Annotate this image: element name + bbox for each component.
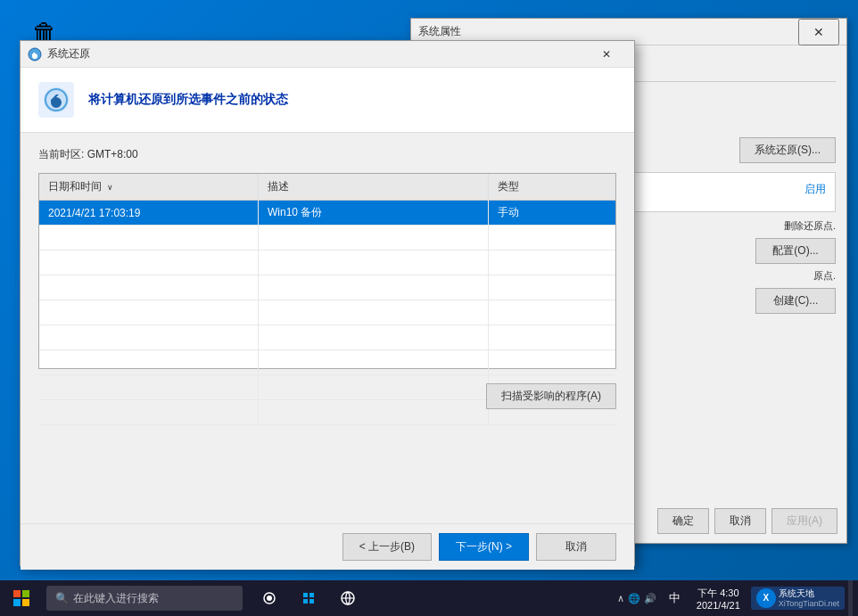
show-desktop-button[interactable] xyxy=(848,580,853,616)
table-row xyxy=(39,300,615,325)
restore-body: 当前时区: GMT+8:00 日期和时间 ∨ 描述 类型 xyxy=(21,133,634,432)
restore-table-header-row: 日期和时间 ∨ 描述 类型 xyxy=(39,174,615,201)
table-row xyxy=(39,251,615,275)
sys-props-footer: 确定 取消 应用(A) xyxy=(657,508,837,534)
system-restore-dialog: 系统还原 ✕ 将计算机还原到所选事件之前的状态 当前时区: GMT+8:00 xyxy=(20,40,635,566)
delete-note: 删除还原点. xyxy=(784,219,836,233)
xtd-icon: X xyxy=(756,588,776,608)
table-row xyxy=(39,226,615,251)
svg-rect-12 xyxy=(303,599,308,604)
svg-rect-4 xyxy=(13,590,21,597)
taskbar-icon-group xyxy=(252,580,366,616)
table-row xyxy=(39,350,615,375)
create-button[interactable]: 创建(C)... xyxy=(755,288,836,314)
windows-logo-icon xyxy=(13,590,29,606)
restore-table-wrapper: 日期和时间 ∨ 描述 类型 2021/4/21 17:03:19 Win10 备… xyxy=(38,173,616,369)
restore-footer: < 上一步(B) 下一步(N) > 取消 xyxy=(21,523,634,570)
svg-rect-11 xyxy=(309,593,314,597)
network-icon xyxy=(340,590,356,606)
taskbar: 🔍 在此键入进行搜索 xyxy=(0,580,858,616)
col-header-type: 类型 xyxy=(489,174,615,201)
restore-header-title: 将计算机还原到所选事件之前的状态 xyxy=(88,92,288,108)
prev-button[interactable]: < 上一步(B) xyxy=(342,533,432,561)
create-note: 原点. xyxy=(813,269,836,283)
taskbar-search-icon: 🔍 xyxy=(55,592,69,604)
scan-btn-row: 扫描受影响的程序(A) xyxy=(38,383,616,409)
restore-header: 将计算机还原到所选事件之前的状态 xyxy=(21,68,634,133)
svg-rect-10 xyxy=(303,593,308,597)
col-header-date: 日期和时间 ∨ xyxy=(39,174,258,201)
start-button[interactable] xyxy=(0,580,43,616)
sort-indicator: ∨ xyxy=(107,183,113,192)
svg-rect-6 xyxy=(13,599,21,606)
table-row xyxy=(39,275,615,300)
system-restore-button[interactable]: 系统还原(S)... xyxy=(739,137,836,163)
svg-point-9 xyxy=(267,595,272,601)
svg-rect-5 xyxy=(22,590,29,597)
language-indicator[interactable]: 中 xyxy=(664,590,686,606)
next-button[interactable]: 下一步(N) > xyxy=(439,533,529,561)
volume-icon: 🔊 xyxy=(644,593,656,604)
sys-props-title: 系统属性 xyxy=(418,24,798,39)
restore-close-button[interactable]: ✕ xyxy=(586,41,627,68)
cancel-button[interactable]: 取消 xyxy=(714,508,766,534)
cell-type: 手动 xyxy=(489,201,615,226)
taskview-button[interactable] xyxy=(252,580,287,616)
restore-table-head: 日期和时间 ∨ 描述 类型 xyxy=(39,174,615,201)
clock-date: 2021/4/21 xyxy=(697,600,740,611)
tray-icons: ∧ 🌐 🔊 xyxy=(614,593,660,604)
chevron-up-icon[interactable]: ∧ xyxy=(617,593,624,604)
col-header-desc: 描述 xyxy=(258,174,488,201)
restore-title-icon xyxy=(28,47,42,62)
svg-rect-13 xyxy=(309,599,314,604)
cell-date: 2021/4/21 17:03:19 xyxy=(39,201,258,226)
desktop: 🗑 回收站 系统属性 ✕ 远程 🖥 系统更改。 系统还原(S)... xyxy=(0,0,858,616)
restore-body-inner: 当前时区: GMT+8:00 日期和时间 ∨ 描述 类型 xyxy=(21,133,634,570)
sys-props-close-button[interactable]: ✕ xyxy=(798,19,839,45)
ok-button[interactable]: 确定 xyxy=(657,508,709,534)
status-label: 启用 xyxy=(804,182,826,197)
xitong-tiandi-badge[interactable]: X 系统天地 XiTongTianDi.net xyxy=(751,587,845,611)
cell-desc: Win10 备份 xyxy=(258,201,488,226)
restore-title-text: 系统还原 xyxy=(47,46,586,62)
restore-header-svg xyxy=(38,82,74,118)
taskbar-search-text: 在此键入进行搜索 xyxy=(73,591,159,606)
clock-time: 下午 4:30 xyxy=(697,587,740,600)
xtd-text: 系统天地 XiTongTianDi.net xyxy=(779,588,839,609)
taskbar-tray: ∧ 🌐 🔊 中 下午 4:30 2021/4/21 X 系统天地 XiTongT… xyxy=(614,580,858,616)
network-tray-icon: 🌐 xyxy=(628,593,640,604)
store-button[interactable] xyxy=(291,580,326,616)
network-icon-btn[interactable] xyxy=(330,580,366,616)
restore-titlebar: 系统还原 ✕ xyxy=(21,41,634,68)
system-clock[interactable]: 下午 4:30 2021/4/21 xyxy=(689,587,747,611)
table-row xyxy=(39,325,615,350)
taskview-icon xyxy=(262,591,276,605)
apply-button[interactable]: 应用(A) xyxy=(771,508,837,534)
restore-header-image xyxy=(38,82,74,118)
scan-affected-button[interactable]: 扫描受影响的程序(A) xyxy=(486,383,616,409)
taskbar-search-bar[interactable]: 🔍 在此键入进行搜索 xyxy=(46,586,243,611)
store-icon xyxy=(301,591,316,605)
cancel-restore-button[interactable]: 取消 xyxy=(536,533,616,561)
configure-button[interactable]: 配置(O)... xyxy=(755,238,836,264)
svg-rect-7 xyxy=(22,599,29,606)
table-row[interactable]: 2021/4/21 17:03:19 Win10 备份 手动 xyxy=(39,201,615,226)
restore-icon-svg xyxy=(28,47,42,62)
restore-timezone: 当前时区: GMT+8:00 xyxy=(38,147,616,162)
